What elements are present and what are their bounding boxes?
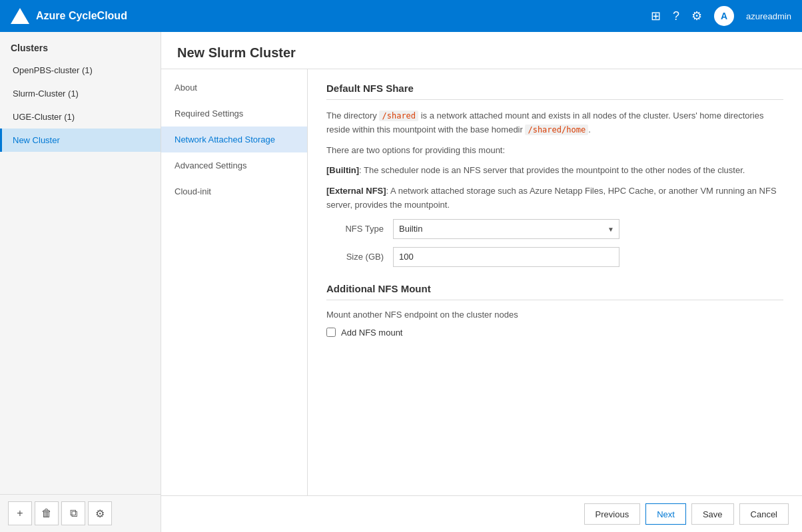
panel-footer: Previous Next Save Cancel: [161, 495, 802, 532]
sidebar: Clusters OpenPBS-cluster (1) Slurm-Clust…: [0, 32, 161, 532]
sidebar-item-new-cluster[interactable]: New Cluster: [0, 129, 161, 152]
monitor-icon[interactable]: ⊞: [651, 9, 661, 23]
logo-triangle-icon: [11, 8, 29, 24]
section2-title: Additional NFS Mount: [326, 283, 783, 300]
desc-paragraph-1: The directory /shared is a network attac…: [326, 109, 783, 137]
panel-nav: About Required Settings Network Attached…: [161, 69, 308, 495]
desc-paragraph-4: [External NFS]: A network attached stora…: [326, 184, 783, 212]
sidebar-title: Clusters: [0, 32, 161, 59]
nav-item-about[interactable]: About: [161, 75, 307, 101]
add-nfs-row: Add NFS mount: [326, 328, 783, 338]
app-name: Azure CycleCloud: [36, 10, 127, 22]
cluster-settings-button[interactable]: ⚙: [88, 501, 112, 525]
panel-title: New Slurm Cluster: [161, 32, 802, 69]
nfs-type-select[interactable]: Builtin External NFS: [393, 219, 619, 239]
code-shared: /shared: [379, 111, 418, 121]
nfs-type-row: NFS Type Builtin External NFS ▼: [326, 219, 783, 239]
add-nfs-label: Add NFS mount: [341, 328, 403, 338]
delete-cluster-button[interactable]: 🗑: [35, 501, 59, 525]
top-header: Azure CycleCloud ⊞ ? ⚙ A azureadmin: [0, 0, 802, 32]
nfs-type-select-wrapper: Builtin External NFS ▼: [393, 219, 619, 239]
nav-item-required-settings[interactable]: Required Settings: [161, 101, 307, 127]
builtin-label: [Builtin]: [326, 165, 359, 175]
sidebar-items: OpenPBS-cluster (1) Slurm-Cluster (1) UG…: [0, 59, 161, 494]
help-icon[interactable]: ?: [673, 9, 679, 23]
sidebar-item-openpbs[interactable]: OpenPBS-cluster (1): [0, 59, 161, 82]
copy-cluster-button[interactable]: ⧉: [61, 501, 85, 525]
external-nfs-label: [External NFS]: [326, 186, 386, 196]
size-label: Size (GB): [326, 252, 393, 262]
panel-content: Default NFS Share The directory /shared …: [308, 69, 802, 495]
nav-item-network-attached-storage[interactable]: Network Attached Storage: [161, 127, 307, 152]
cancel-button[interactable]: Cancel: [739, 503, 789, 525]
main-content: Clusters OpenPBS-cluster (1) Slurm-Clust…: [0, 32, 802, 532]
add-cluster-button[interactable]: +: [8, 501, 32, 525]
previous-button[interactable]: Previous: [584, 503, 641, 525]
code-shared-home: /shared/home: [525, 125, 588, 135]
username-label: azureadmin: [746, 11, 791, 21]
settings-icon[interactable]: ⚙: [691, 9, 702, 23]
app-logo: Azure CycleCloud: [11, 8, 127, 24]
section2: Additional NFS Mount Mount another NFS e…: [326, 283, 783, 338]
nfs-type-label: NFS Type: [326, 224, 393, 234]
nav-item-advanced-settings[interactable]: Advanced Settings: [161, 152, 307, 178]
sidebar-footer: + 🗑 ⧉ ⚙: [0, 494, 161, 532]
nav-item-cloud-init[interactable]: Cloud-init: [161, 178, 307, 204]
sidebar-item-uge[interactable]: UGE-Cluster (1): [0, 105, 161, 129]
add-nfs-checkbox[interactable]: [326, 328, 336, 337]
avatar[interactable]: A: [714, 6, 734, 26]
desc-paragraph-3: [Builtin]: The scheduler node is an NFS …: [326, 164, 783, 178]
additional-desc: Mount another NFS endpoint on the cluste…: [326, 310, 783, 320]
size-input[interactable]: [393, 247, 619, 267]
section1-title: Default NFS Share: [326, 83, 783, 100]
header-icons: ⊞ ? ⚙ A azureadmin: [651, 6, 791, 26]
desc-paragraph-2: There are two options for providing this…: [326, 144, 783, 158]
save-button[interactable]: Save: [691, 503, 734, 525]
sidebar-item-slurm[interactable]: Slurm-Cluster (1): [0, 82, 161, 105]
right-panel: New Slurm Cluster About Required Setting…: [161, 32, 802, 532]
size-row: Size (GB): [326, 247, 783, 267]
panel-body: About Required Settings Network Attached…: [161, 69, 802, 495]
next-button[interactable]: Next: [645, 503, 686, 525]
